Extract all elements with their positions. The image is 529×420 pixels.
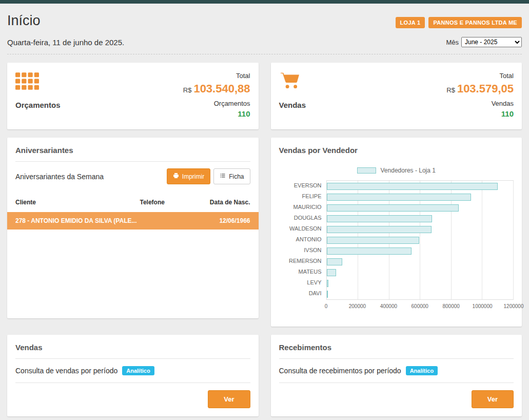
chart-category-label: DOUGLAS [279,213,326,223]
aniversariantes-subtitle: Aniversariantes da Semana [15,173,104,181]
recebimentos-report-desc-row: Consulta de recebimentos por período Ana… [279,366,514,376]
vendas-total-label: Total [446,71,514,81]
vendas-report-description: Consulta de vendas por período [15,367,117,375]
chart-category-label: MATEUS [279,266,326,277]
orcamentos-values: Total R$103.540,88 Orçamentos 110 [183,71,250,121]
chart-x-axis-labels: 020000040000060000080000010000001200000 [326,303,514,311]
recebimentos-report-description: Consulta de recebimentos por período [279,367,401,375]
vendas-report-desc-row: Consulta de vendas por período Analítico [15,366,250,376]
middle-row: Aniversariantes Aniversariantes da Seman… [7,138,522,327]
store-badges: LOJA 1 PANNOS E PANNOS LTDA ME [396,17,522,28]
chart-gridline [513,181,514,299]
chart-bar [327,194,472,201]
vendas-currency: R$ [446,86,455,94]
divider [279,358,514,359]
table-row[interactable]: 278 - ANTONIO EMIDIO DA SILVA (PALE... 1… [7,212,259,230]
x-axis-spacer [279,303,326,311]
month-label: Mês [446,39,459,46]
current-date-text: Quarta-feira, 11 de junho de 2025. [7,38,124,47]
page-title: Início [7,13,41,29]
vendas-total-value: 103.579,05 [457,82,514,95]
table-header-row: Cliente Telefone Data de Nasc. [7,195,259,212]
orcamentos-total-label: Total [183,71,250,81]
col-header-telefone: Telefone [140,199,202,206]
legend-label: Vendedores - Loja 1 [381,167,436,174]
orcamentos-label: Orçamentos [15,101,61,109]
chart-bar [327,280,328,287]
vendas-stat-left: Vendas [279,71,306,121]
chart-gridline [482,181,482,299]
imprimir-label: Imprimir [182,173,204,180]
chart-category-label: FELIPE [279,191,326,202]
list-icon [220,173,226,180]
vendas-por-vendedor-card: Vendas por Vendedor Vendedores - Loja 1 … [271,138,522,327]
aniversariantes-title: Aniversariantes [15,146,250,155]
orcamentos-count-label: Orçamentos [183,99,250,109]
shopping-cart-icon [279,71,306,91]
vendas-report-actions: Ver [15,390,250,408]
chart-y-axis-labels: EVERSONFELIPEMAURICIODOUGLASWALDESONANTO… [279,180,326,300]
ver-recebimentos-button[interactable]: Ver [472,390,514,408]
vendas-total-line: R$103.579,05 [446,82,514,96]
orcamentos-total-value: 103.540,88 [193,82,250,95]
orcamentos-total-line: R$103.540,88 [183,82,250,96]
chart-bar [327,258,342,265]
cell-telefone [140,217,202,224]
ficha-label: Ficha [229,173,244,180]
ver-vendas-button[interactable]: Ver [208,390,250,408]
vendas-report-title: Vendas [15,343,250,352]
chart-x-tick-label: 400000 [380,303,397,309]
chart-bar [327,291,328,298]
vendas-stat-card: Vendas Total R$103.579,05 Vendas 110 [271,63,522,129]
orcamentos-count-value: 110 [183,109,250,118]
top-bar [0,0,529,4]
divider [15,161,250,162]
chart-bar [327,247,412,255]
chart-x-tick-label: 200000 [349,303,366,309]
recebimentos-report-title: Recebimentos [279,343,514,352]
imprimir-button[interactable]: Imprimir [167,168,210,184]
analitico-badge: Analítico [122,366,154,375]
page-header: Início LOJA 1 PANNOS E PANNOS LTDA ME [7,13,522,29]
chart-body: EVERSONFELIPEMAURICIODOUGLASWALDESONANTO… [279,180,514,300]
chart-category-label: DAVI [279,288,326,299]
chart-category-label: WALDESON [279,223,326,234]
vendas-values: Total R$103.579,05 Vendas 110 [446,71,514,121]
date-row: Quarta-feira, 11 de junho de 2025. Mês J… [7,37,522,54]
chart-category-label: ANTONIO [279,234,326,245]
divider [15,358,250,359]
orcamentos-stat-card: Orçamentos Total R$103.540,88 Orçamentos… [7,63,259,129]
vendas-por-vendedor-chart: Vendedores - Loja 1 EVERSONFELIPEMAURICI… [279,167,514,311]
month-filter: Mês June - 2025 [446,37,522,47]
chart-x-tick-label: 1200000 [504,303,524,309]
vendas-report-card: Vendas Consulta de vendas por período An… [7,335,259,416]
chart-x-tick-label: 800000 [442,303,459,309]
chart-bar [327,183,498,190]
analitico-badge: Analítico [406,366,438,375]
chart-x-tick-label: 0 [325,303,328,309]
ficha-button[interactable]: Ficha [213,168,250,184]
aniversariantes-table: Cliente Telefone Data de Nasc. 278 - ANT… [7,195,259,230]
col-header-cliente: Cliente [15,199,140,206]
store-badge-loja[interactable]: LOJA 1 [396,17,425,28]
orcamentos-stat-left: Orçamentos [15,71,61,121]
chart-category-label: REMERSON [279,256,326,266]
vendas-count-label: Vendas [446,99,514,109]
store-badge-company[interactable]: PANNOS E PANNOS LTDA ME [428,17,522,28]
divider [279,383,514,383]
aniversariantes-card: Aniversariantes Aniversariantes da Seman… [7,138,259,318]
chart-category-label: EVERSON [279,180,326,191]
chart-legend[interactable]: Vendedores - Loja 1 [279,167,514,174]
calculator-icon [15,71,61,91]
chart-bar [327,237,419,244]
vendas-count-value: 110 [446,109,514,118]
chart-category-label: IVSON [279,245,326,256]
chart-x-tick-label: 600000 [412,303,428,309]
chart-card-title: Vendas por Vendedor [279,146,514,155]
chart-category-label: MAURICIO [279,202,326,213]
recebimentos-report-card: Recebimentos Consulta de recebimentos po… [271,335,522,416]
vendas-label: Vendas [279,101,306,109]
chart-bar [327,204,459,212]
month-select[interactable]: June - 2025 [461,37,522,47]
legend-swatch [357,167,376,174]
